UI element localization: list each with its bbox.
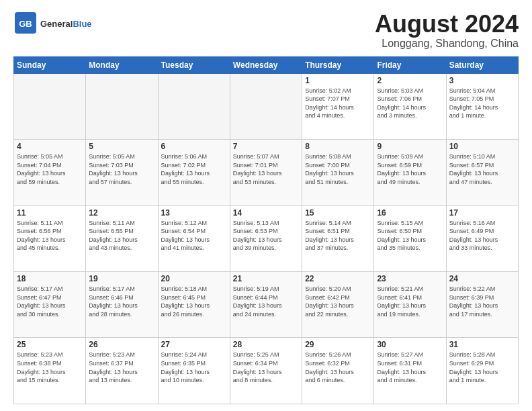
day-info: Sunrise: 5:25 AM Sunset: 6:34 PM Dayligh… xyxy=(233,351,299,384)
day-info: Sunrise: 5:22 AM Sunset: 6:39 PM Dayligh… xyxy=(449,285,515,318)
calendar-cell-5-5: 29Sunrise: 5:26 AM Sunset: 6:32 PM Dayli… xyxy=(302,338,374,404)
day-info: Sunrise: 5:14 AM Sunset: 6:51 PM Dayligh… xyxy=(305,219,371,253)
day-info: Sunrise: 5:24 AM Sunset: 6:35 PM Dayligh… xyxy=(161,351,227,384)
day-number: 3 xyxy=(449,76,515,85)
location: Longgang, Shandong, China xyxy=(375,38,519,50)
day-info: Sunrise: 5:15 AM Sunset: 6:50 PM Dayligh… xyxy=(377,219,443,253)
weekday-header-row: Sunday Monday Tuesday Wednesday Thursday… xyxy=(14,56,519,73)
calendar-cell-3-5: 15Sunrise: 5:14 AM Sunset: 6:51 PM Dayli… xyxy=(302,205,374,271)
day-number: 24 xyxy=(449,274,515,283)
week-row-2: 4Sunrise: 5:05 AM Sunset: 7:04 PM Daylig… xyxy=(14,140,519,205)
day-number: 22 xyxy=(305,274,371,283)
calendar-cell-4-5: 22Sunrise: 5:20 AM Sunset: 6:42 PM Dayli… xyxy=(302,272,374,338)
calendar-cell-2-3: 6Sunrise: 5:06 AM Sunset: 7:02 PM Daylig… xyxy=(158,140,230,205)
day-info: Sunrise: 5:12 AM Sunset: 6:54 PM Dayligh… xyxy=(161,219,227,253)
calendar-cell-1-1 xyxy=(14,73,86,139)
calendar-cell-2-6: 9Sunrise: 5:09 AM Sunset: 6:59 PM Daylig… xyxy=(374,140,446,205)
day-number: 17 xyxy=(449,208,515,218)
calendar-cell-2-2: 5Sunrise: 5:05 AM Sunset: 7:03 PM Daylig… xyxy=(86,140,158,205)
day-number: 18 xyxy=(17,274,83,283)
day-number: 8 xyxy=(305,142,371,151)
day-number: 6 xyxy=(161,142,227,151)
calendar-cell-4-7: 24Sunrise: 5:22 AM Sunset: 6:39 PM Dayli… xyxy=(446,272,518,338)
calendar-cell-5-3: 27Sunrise: 5:24 AM Sunset: 6:35 PM Dayli… xyxy=(158,338,230,404)
day-info: Sunrise: 5:19 AM Sunset: 6:44 PM Dayligh… xyxy=(233,285,299,318)
month-title: August 2024 xyxy=(375,11,519,38)
day-number: 4 xyxy=(17,142,83,151)
calendar-cell-1-3 xyxy=(158,73,230,139)
day-info: Sunrise: 5:23 AM Sunset: 6:38 PM Dayligh… xyxy=(17,351,83,384)
calendar-cell-4-6: 23Sunrise: 5:21 AM Sunset: 6:41 PM Dayli… xyxy=(374,272,446,338)
calendar-cell-5-7: 31Sunrise: 5:28 AM Sunset: 6:29 PM Dayli… xyxy=(446,338,518,404)
day-info: Sunrise: 5:06 AM Sunset: 7:02 PM Dayligh… xyxy=(161,152,227,186)
calendar-cell-1-7: 3Sunrise: 5:04 AM Sunset: 7:05 PM Daylig… xyxy=(446,73,518,139)
calendar-cell-1-5: 1Sunrise: 5:02 AM Sunset: 7:07 PM Daylig… xyxy=(302,73,374,139)
day-info: Sunrise: 5:08 AM Sunset: 7:00 PM Dayligh… xyxy=(305,152,371,186)
day-number: 23 xyxy=(377,274,443,283)
day-info: Sunrise: 5:17 AM Sunset: 6:46 PM Dayligh… xyxy=(89,285,154,318)
calendar-cell-5-1: 25Sunrise: 5:23 AM Sunset: 6:38 PM Dayli… xyxy=(14,338,86,404)
day-number: 1 xyxy=(305,76,371,85)
day-number: 19 xyxy=(89,274,154,283)
day-number: 31 xyxy=(449,340,515,349)
page: GB GeneralBlue August 2024 Longgang, Sha… xyxy=(0,0,532,411)
day-info: Sunrise: 5:20 AM Sunset: 6:42 PM Dayligh… xyxy=(305,285,371,318)
calendar-cell-3-1: 11Sunrise: 5:11 AM Sunset: 6:56 PM Dayli… xyxy=(14,205,86,271)
logo-icon: GB xyxy=(13,11,38,38)
day-info: Sunrise: 5:18 AM Sunset: 6:45 PM Dayligh… xyxy=(161,285,227,318)
day-info: Sunrise: 5:28 AM Sunset: 6:29 PM Dayligh… xyxy=(449,351,515,384)
day-info: Sunrise: 5:03 AM Sunset: 7:06 PM Dayligh… xyxy=(377,87,443,120)
calendar-cell-1-2 xyxy=(86,73,158,139)
day-info: Sunrise: 5:05 AM Sunset: 7:04 PM Dayligh… xyxy=(17,152,83,186)
calendar-cell-2-7: 10Sunrise: 5:10 AM Sunset: 6:57 PM Dayli… xyxy=(446,140,518,205)
day-info: Sunrise: 5:07 AM Sunset: 7:01 PM Dayligh… xyxy=(233,152,299,186)
day-number: 10 xyxy=(449,142,515,151)
header-sunday: Sunday xyxy=(14,56,86,73)
day-number: 21 xyxy=(233,274,299,283)
day-number: 30 xyxy=(377,340,443,349)
day-info: Sunrise: 5:21 AM Sunset: 6:41 PM Dayligh… xyxy=(377,285,443,318)
day-info: Sunrise: 5:04 AM Sunset: 7:05 PM Dayligh… xyxy=(449,87,515,120)
calendar-cell-2-4: 7Sunrise: 5:07 AM Sunset: 7:01 PM Daylig… xyxy=(230,140,302,205)
calendar-cell-3-4: 14Sunrise: 5:13 AM Sunset: 6:53 PM Dayli… xyxy=(230,205,302,271)
day-info: Sunrise: 5:05 AM Sunset: 7:03 PM Dayligh… xyxy=(89,152,154,186)
week-row-4: 18Sunrise: 5:17 AM Sunset: 6:47 PM Dayli… xyxy=(14,272,519,338)
calendar-cell-4-1: 18Sunrise: 5:17 AM Sunset: 6:47 PM Dayli… xyxy=(14,272,86,338)
header: GB GeneralBlue August 2024 Longgang, Sha… xyxy=(13,11,519,50)
calendar-cell-1-6: 2Sunrise: 5:03 AM Sunset: 7:06 PM Daylig… xyxy=(374,73,446,139)
calendar-cell-2-1: 4Sunrise: 5:05 AM Sunset: 7:04 PM Daylig… xyxy=(14,140,86,205)
calendar-cell-3-2: 12Sunrise: 5:11 AM Sunset: 6:55 PM Dayli… xyxy=(86,205,158,271)
logo-text: GeneralBlue xyxy=(40,19,92,30)
week-row-1: 1Sunrise: 5:02 AM Sunset: 7:07 PM Daylig… xyxy=(14,73,519,139)
header-tuesday: Tuesday xyxy=(158,56,230,73)
day-info: Sunrise: 5:10 AM Sunset: 6:57 PM Dayligh… xyxy=(449,152,515,186)
calendar-cell-3-3: 13Sunrise: 5:12 AM Sunset: 6:54 PM Dayli… xyxy=(158,205,230,271)
day-number: 7 xyxy=(233,142,299,151)
day-number: 29 xyxy=(305,340,371,349)
title-block: August 2024 Longgang, Shandong, China xyxy=(375,11,519,50)
day-number: 9 xyxy=(377,142,443,151)
header-friday: Friday xyxy=(374,56,446,73)
day-number: 16 xyxy=(377,208,443,218)
calendar-cell-2-5: 8Sunrise: 5:08 AM Sunset: 7:00 PM Daylig… xyxy=(302,140,374,205)
logo-blue: Blue xyxy=(73,19,91,29)
logo-general: General xyxy=(40,19,73,29)
day-number: 20 xyxy=(161,274,227,283)
day-info: Sunrise: 5:02 AM Sunset: 7:07 PM Dayligh… xyxy=(305,87,371,120)
day-info: Sunrise: 5:11 AM Sunset: 6:56 PM Dayligh… xyxy=(17,219,83,253)
calendar-cell-3-7: 17Sunrise: 5:16 AM Sunset: 6:49 PM Dayli… xyxy=(446,205,518,271)
week-row-3: 11Sunrise: 5:11 AM Sunset: 6:56 PM Dayli… xyxy=(14,205,519,271)
day-number: 2 xyxy=(377,76,443,85)
day-number: 14 xyxy=(233,208,299,218)
calendar-cell-5-6: 30Sunrise: 5:27 AM Sunset: 6:31 PM Dayli… xyxy=(374,338,446,404)
day-info: Sunrise: 5:17 AM Sunset: 6:47 PM Dayligh… xyxy=(17,285,83,318)
day-number: 26 xyxy=(89,340,154,349)
logo: GB GeneralBlue xyxy=(13,11,92,38)
day-number: 12 xyxy=(89,208,154,218)
header-thursday: Thursday xyxy=(302,56,374,73)
day-info: Sunrise: 5:09 AM Sunset: 6:59 PM Dayligh… xyxy=(377,152,443,186)
day-info: Sunrise: 5:27 AM Sunset: 6:31 PM Dayligh… xyxy=(377,351,443,384)
calendar-cell-4-4: 21Sunrise: 5:19 AM Sunset: 6:44 PM Dayli… xyxy=(230,272,302,338)
day-info: Sunrise: 5:11 AM Sunset: 6:55 PM Dayligh… xyxy=(89,219,154,253)
calendar-cell-5-2: 26Sunrise: 5:23 AM Sunset: 6:37 PM Dayli… xyxy=(86,338,158,404)
